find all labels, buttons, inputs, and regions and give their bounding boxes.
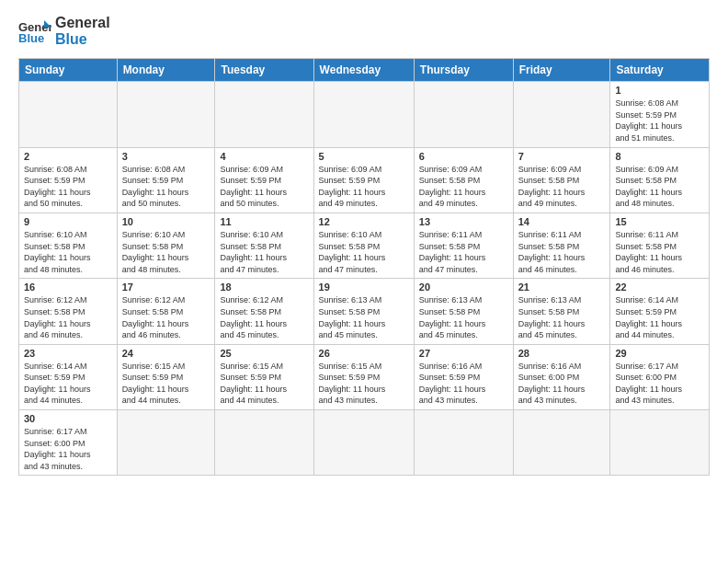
- day-number: 16: [24, 282, 112, 293]
- calendar-cell: 6Sunrise: 6:09 AMSunset: 5:58 PMDaylight…: [414, 147, 513, 213]
- calendar-cell: 29Sunrise: 6:17 AMSunset: 6:00 PMDayligh…: [610, 344, 710, 409]
- calendar-week-row: 30Sunrise: 6:17 AMSunset: 6:00 PMDayligh…: [19, 410, 710, 476]
- calendar-cell: 28Sunrise: 6:16 AMSunset: 6:00 PMDayligh…: [513, 344, 610, 409]
- calendar-cell: 27Sunrise: 6:16 AMSunset: 5:59 PMDayligh…: [414, 344, 513, 409]
- calendar-cell: 21Sunrise: 6:13 AMSunset: 5:58 PMDayligh…: [513, 279, 610, 344]
- calendar-cell: 5Sunrise: 6:09 AMSunset: 5:59 PMDaylight…: [313, 147, 414, 213]
- calendar-cell: 7Sunrise: 6:09 AMSunset: 5:58 PMDaylight…: [513, 147, 610, 213]
- day-number: 27: [419, 348, 508, 359]
- day-info: Sunrise: 6:15 AMSunset: 5:59 PMDaylight:…: [122, 361, 210, 407]
- day-info: Sunrise: 6:17 AMSunset: 6:00 PMDaylight:…: [615, 361, 704, 407]
- logo-blue-text: Blue: [55, 31, 110, 48]
- calendar-cell: 3Sunrise: 6:08 AMSunset: 5:59 PMDaylight…: [117, 147, 215, 213]
- day-info: Sunrise: 6:13 AMSunset: 5:58 PMDaylight:…: [518, 294, 606, 340]
- day-number: 4: [220, 151, 308, 162]
- day-info: Sunrise: 6:15 AMSunset: 5:59 PMDaylight:…: [319, 361, 409, 407]
- day-info: Sunrise: 6:13 AMSunset: 5:58 PMDaylight:…: [419, 294, 508, 340]
- day-info: Sunrise: 6:10 AMSunset: 5:58 PMDaylight:…: [220, 229, 308, 275]
- calendar-cell: 25Sunrise: 6:15 AMSunset: 5:59 PMDayligh…: [215, 344, 313, 409]
- calendar-header-tuesday: Tuesday: [215, 59, 313, 82]
- day-number: 7: [518, 151, 606, 162]
- calendar-cell: [117, 82, 215, 147]
- calendar-cell: [610, 410, 710, 476]
- day-info: Sunrise: 6:14 AMSunset: 5:59 PMDaylight:…: [24, 361, 112, 407]
- day-info: Sunrise: 6:16 AMSunset: 5:59 PMDaylight:…: [419, 361, 508, 407]
- calendar-cell: 11Sunrise: 6:10 AMSunset: 5:58 PMDayligh…: [215, 213, 313, 278]
- day-info: Sunrise: 6:12 AMSunset: 5:58 PMDaylight:…: [122, 294, 210, 340]
- day-number: 19: [319, 282, 409, 293]
- day-info: Sunrise: 6:09 AMSunset: 5:58 PMDaylight:…: [419, 164, 508, 210]
- day-info: Sunrise: 6:11 AMSunset: 5:58 PMDaylight:…: [419, 229, 508, 275]
- calendar-cell: [117, 410, 215, 476]
- calendar-cell: [513, 410, 610, 476]
- svg-text:Blue: Blue: [18, 31, 44, 44]
- calendar-cell: 26Sunrise: 6:15 AMSunset: 5:59 PMDayligh…: [313, 344, 414, 409]
- day-info: Sunrise: 6:09 AMSunset: 5:58 PMDaylight:…: [615, 164, 704, 210]
- day-number: 29: [615, 348, 704, 359]
- calendar-cell: 15Sunrise: 6:11 AMSunset: 5:58 PMDayligh…: [610, 213, 710, 278]
- calendar-header-monday: Monday: [117, 59, 215, 82]
- calendar-cell: [414, 82, 513, 147]
- day-number: 18: [220, 282, 308, 293]
- day-number: 15: [615, 216, 704, 227]
- day-number: 20: [419, 282, 508, 293]
- calendar-week-row: 23Sunrise: 6:14 AMSunset: 5:59 PMDayligh…: [19, 344, 710, 409]
- day-number: 9: [24, 216, 112, 227]
- day-info: Sunrise: 6:14 AMSunset: 5:59 PMDaylight:…: [615, 294, 704, 340]
- day-number: 23: [24, 348, 112, 359]
- calendar-cell: [215, 82, 313, 147]
- day-info: Sunrise: 6:08 AMSunset: 5:59 PMDaylight:…: [122, 164, 210, 210]
- calendar-cell: 13Sunrise: 6:11 AMSunset: 5:58 PMDayligh…: [414, 213, 513, 278]
- day-info: Sunrise: 6:10 AMSunset: 5:58 PMDaylight:…: [24, 229, 112, 275]
- logo-general-text: General: [55, 15, 110, 31]
- calendar-table: SundayMondayTuesdayWednesdayThursdayFrid…: [18, 58, 710, 476]
- day-number: 3: [122, 151, 210, 162]
- day-info: Sunrise: 6:12 AMSunset: 5:58 PMDaylight:…: [220, 294, 308, 340]
- logo-icon: General Blue: [18, 18, 51, 44]
- calendar-week-row: 9Sunrise: 6:10 AMSunset: 5:58 PMDaylight…: [19, 213, 710, 278]
- day-number: 26: [319, 348, 409, 359]
- calendar-header-sunday: Sunday: [19, 59, 118, 82]
- calendar-cell: 24Sunrise: 6:15 AMSunset: 5:59 PMDayligh…: [117, 344, 215, 409]
- day-number: 30: [24, 413, 112, 424]
- day-number: 17: [122, 282, 210, 293]
- day-info: Sunrise: 6:10 AMSunset: 5:58 PMDaylight:…: [122, 229, 210, 275]
- calendar-cell: 30Sunrise: 6:17 AMSunset: 6:00 PMDayligh…: [19, 410, 118, 476]
- calendar-cell: [414, 410, 513, 476]
- day-info: Sunrise: 6:08 AMSunset: 5:59 PMDaylight:…: [24, 164, 112, 210]
- day-number: 25: [220, 348, 308, 359]
- calendar-week-row: 2Sunrise: 6:08 AMSunset: 5:59 PMDaylight…: [19, 147, 710, 213]
- page-header: General Blue General Blue: [18, 15, 710, 47]
- calendar-week-row: 1Sunrise: 6:08 AMSunset: 5:59 PMDaylight…: [19, 82, 710, 147]
- day-info: Sunrise: 6:11 AMSunset: 5:58 PMDaylight:…: [518, 229, 606, 275]
- calendar-cell: 14Sunrise: 6:11 AMSunset: 5:58 PMDayligh…: [513, 213, 610, 278]
- day-number: 21: [518, 282, 606, 293]
- day-number: 6: [419, 151, 508, 162]
- day-number: 13: [419, 216, 508, 227]
- day-info: Sunrise: 6:16 AMSunset: 6:00 PMDaylight:…: [518, 361, 606, 407]
- calendar-cell: 1Sunrise: 6:08 AMSunset: 5:59 PMDaylight…: [610, 82, 710, 147]
- calendar-header-friday: Friday: [513, 59, 610, 82]
- day-number: 28: [518, 348, 606, 359]
- calendar-cell: [19, 82, 118, 147]
- calendar-cell: 18Sunrise: 6:12 AMSunset: 5:58 PMDayligh…: [215, 279, 313, 344]
- calendar-cell: [215, 410, 313, 476]
- day-number: 10: [122, 216, 210, 227]
- calendar-cell: 2Sunrise: 6:08 AMSunset: 5:59 PMDaylight…: [19, 147, 118, 213]
- calendar-cell: 16Sunrise: 6:12 AMSunset: 5:58 PMDayligh…: [19, 279, 118, 344]
- day-number: 12: [319, 216, 409, 227]
- day-info: Sunrise: 6:11 AMSunset: 5:58 PMDaylight:…: [615, 229, 704, 275]
- day-number: 14: [518, 216, 606, 227]
- day-info: Sunrise: 6:12 AMSunset: 5:58 PMDaylight:…: [24, 294, 112, 340]
- calendar-cell: 23Sunrise: 6:14 AMSunset: 5:59 PMDayligh…: [19, 344, 118, 409]
- day-info: Sunrise: 6:09 AMSunset: 5:59 PMDaylight:…: [220, 164, 308, 210]
- day-info: Sunrise: 6:13 AMSunset: 5:58 PMDaylight:…: [319, 294, 409, 340]
- day-info: Sunrise: 6:08 AMSunset: 5:59 PMDaylight:…: [615, 98, 704, 144]
- day-number: 22: [615, 282, 704, 293]
- calendar-header-saturday: Saturday: [610, 59, 710, 82]
- calendar-cell: 10Sunrise: 6:10 AMSunset: 5:58 PMDayligh…: [117, 213, 215, 278]
- day-number: 5: [319, 151, 409, 162]
- day-info: Sunrise: 6:15 AMSunset: 5:59 PMDaylight:…: [220, 361, 308, 407]
- day-info: Sunrise: 6:09 AMSunset: 5:58 PMDaylight:…: [518, 164, 606, 210]
- day-number: 1: [615, 85, 704, 96]
